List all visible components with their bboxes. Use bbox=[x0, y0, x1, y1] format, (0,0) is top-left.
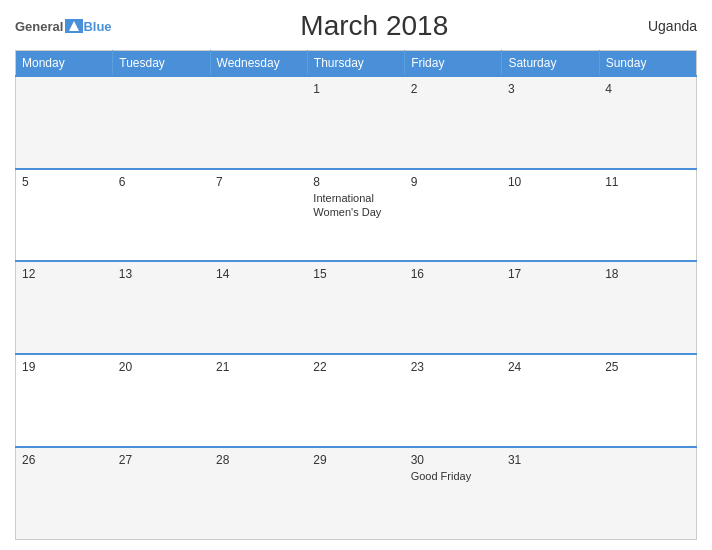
calendar-cell: 16 bbox=[405, 261, 502, 354]
day-number: 22 bbox=[313, 360, 398, 374]
col-saturday: Saturday bbox=[502, 51, 599, 77]
col-thursday: Thursday bbox=[307, 51, 404, 77]
calendar-cell: 6 bbox=[113, 169, 210, 262]
day-number: 25 bbox=[605, 360, 690, 374]
col-wednesday: Wednesday bbox=[210, 51, 307, 77]
calendar-cell bbox=[16, 76, 113, 169]
calendar-cell bbox=[210, 76, 307, 169]
day-number: 15 bbox=[313, 267, 398, 281]
calendar-cell: 24 bbox=[502, 354, 599, 447]
calendar-cell: 18 bbox=[599, 261, 696, 354]
day-number: 24 bbox=[508, 360, 593, 374]
day-number: 19 bbox=[22, 360, 107, 374]
calendar-header: Monday Tuesday Wednesday Thursday Friday… bbox=[16, 51, 697, 77]
calendar-title: March 2018 bbox=[112, 10, 637, 42]
calendar-cell: 11 bbox=[599, 169, 696, 262]
calendar-cell: 2 bbox=[405, 76, 502, 169]
calendar-week-1: 1234 bbox=[16, 76, 697, 169]
col-friday: Friday bbox=[405, 51, 502, 77]
day-number: 21 bbox=[216, 360, 301, 374]
day-number: 10 bbox=[508, 175, 593, 189]
calendar-cell: 25 bbox=[599, 354, 696, 447]
day-number: 9 bbox=[411, 175, 496, 189]
calendar-cell: 26 bbox=[16, 447, 113, 540]
calendar-cell: 8International Women's Day bbox=[307, 169, 404, 262]
calendar-cell: 30Good Friday bbox=[405, 447, 502, 540]
day-number: 26 bbox=[22, 453, 107, 467]
calendar-cell: 20 bbox=[113, 354, 210, 447]
calendar-cell: 5 bbox=[16, 169, 113, 262]
calendar-cell: 14 bbox=[210, 261, 307, 354]
calendar-week-4: 19202122232425 bbox=[16, 354, 697, 447]
logo-general-text: General bbox=[15, 19, 63, 34]
holiday-name: International Women's Day bbox=[313, 191, 398, 220]
calendar-cell: 29 bbox=[307, 447, 404, 540]
day-number: 30 bbox=[411, 453, 496, 467]
col-sunday: Sunday bbox=[599, 51, 696, 77]
calendar-cell: 23 bbox=[405, 354, 502, 447]
calendar-cell: 10 bbox=[502, 169, 599, 262]
day-number: 27 bbox=[119, 453, 204, 467]
day-number: 13 bbox=[119, 267, 204, 281]
calendar-cell: 28 bbox=[210, 447, 307, 540]
day-number: 6 bbox=[119, 175, 204, 189]
calendar-cell: 3 bbox=[502, 76, 599, 169]
day-number: 7 bbox=[216, 175, 301, 189]
calendar-cell: 12 bbox=[16, 261, 113, 354]
calendar-cell: 13 bbox=[113, 261, 210, 354]
calendar-cell: 1 bbox=[307, 76, 404, 169]
day-number: 2 bbox=[411, 82, 496, 96]
holiday-name: Good Friday bbox=[411, 469, 496, 483]
day-number: 23 bbox=[411, 360, 496, 374]
calendar-cell: 9 bbox=[405, 169, 502, 262]
logo-blue-text: Blue bbox=[83, 19, 111, 34]
day-number: 17 bbox=[508, 267, 593, 281]
country-label: Uganda bbox=[637, 18, 697, 34]
day-number: 16 bbox=[411, 267, 496, 281]
calendar-cell bbox=[599, 447, 696, 540]
calendar-cell: 17 bbox=[502, 261, 599, 354]
day-number: 12 bbox=[22, 267, 107, 281]
logo-flag-icon bbox=[65, 19, 83, 33]
day-number: 8 bbox=[313, 175, 398, 189]
calendar-cell: 4 bbox=[599, 76, 696, 169]
day-number: 20 bbox=[119, 360, 204, 374]
day-number: 11 bbox=[605, 175, 690, 189]
calendar-week-5: 2627282930Good Friday31 bbox=[16, 447, 697, 540]
calendar-body: 12345678International Women's Day9101112… bbox=[16, 76, 697, 540]
calendar-cell: 27 bbox=[113, 447, 210, 540]
day-number: 29 bbox=[313, 453, 398, 467]
col-tuesday: Tuesday bbox=[113, 51, 210, 77]
day-number: 31 bbox=[508, 453, 593, 467]
day-number: 14 bbox=[216, 267, 301, 281]
calendar-table: Monday Tuesday Wednesday Thursday Friday… bbox=[15, 50, 697, 540]
col-monday: Monday bbox=[16, 51, 113, 77]
calendar-cell bbox=[113, 76, 210, 169]
day-number: 18 bbox=[605, 267, 690, 281]
calendar-week-2: 5678International Women's Day91011 bbox=[16, 169, 697, 262]
day-number: 3 bbox=[508, 82, 593, 96]
calendar-cell: 19 bbox=[16, 354, 113, 447]
logo: General Blue bbox=[15, 19, 112, 34]
header-row: Monday Tuesday Wednesday Thursday Friday… bbox=[16, 51, 697, 77]
calendar-cell: 31 bbox=[502, 447, 599, 540]
calendar-cell: 21 bbox=[210, 354, 307, 447]
calendar-cell: 15 bbox=[307, 261, 404, 354]
header: General Blue March 2018 Uganda bbox=[15, 10, 697, 42]
day-number: 1 bbox=[313, 82, 398, 96]
day-number: 5 bbox=[22, 175, 107, 189]
day-number: 28 bbox=[216, 453, 301, 467]
day-number: 4 bbox=[605, 82, 690, 96]
calendar-page: General Blue March 2018 Uganda Monday Tu… bbox=[0, 0, 712, 550]
calendar-cell: 7 bbox=[210, 169, 307, 262]
calendar-week-3: 12131415161718 bbox=[16, 261, 697, 354]
calendar-cell: 22 bbox=[307, 354, 404, 447]
